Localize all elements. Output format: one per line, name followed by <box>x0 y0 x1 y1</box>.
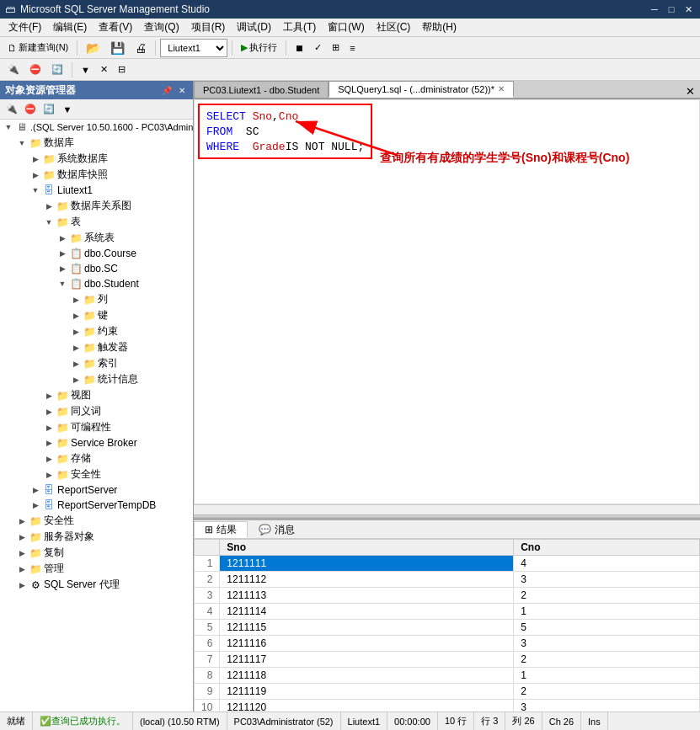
tree-label-reportservertempdb: ReportServerTempDB <box>57 499 156 511</box>
minimize-button[interactable]: ─ <box>648 3 661 16</box>
tree-item-tables[interactable]: ▼ 📁 表 <box>0 214 193 230</box>
server-icon: 🖥 <box>15 120 29 134</box>
clear-btn[interactable]: ✕ <box>96 61 112 79</box>
tree-item-replication[interactable]: ▶ 📁 复制 <box>0 545 193 561</box>
tree-label-system-dbs: 系统数据库 <box>57 152 108 166</box>
tree-item-course[interactable]: ▶ 📋 dbo.Course <box>0 246 193 261</box>
explorer-disconnect-button[interactable]: ⛔ <box>22 101 39 118</box>
menu-debug[interactable]: 调试(D) <box>232 19 276 36</box>
window-controls[interactable]: ─ □ ✕ <box>648 3 695 16</box>
tab-sqlquery1[interactable]: SQLQuery1.sql - (...dministrator (52))* … <box>329 81 514 98</box>
tree-item-system-dbs[interactable]: ▶ 📁 系统数据库 <box>0 151 193 167</box>
menu-community[interactable]: 社区(C) <box>371 19 416 36</box>
tree-item-sc[interactable]: ▶ 📋 dbo.SC <box>0 261 193 276</box>
menu-window[interactable]: 窗口(W) <box>323 19 369 36</box>
messages-btn[interactable]: ≡ <box>345 39 359 57</box>
tree-item-server[interactable]: ▼ 🖥 .(SQL Server 10.50.1600 - PC03\Admin… <box>0 120 193 135</box>
connect-btn[interactable]: 🔌 <box>3 61 24 79</box>
tree-item-cols[interactable]: ▶ 📁 列 <box>0 291 193 307</box>
execute-button[interactable]: ▶ 执行行 <box>237 39 281 57</box>
tree-item-indexes[interactable]: ▶ 📁 索引 <box>0 355 193 371</box>
parse-button[interactable]: ✓ <box>310 39 326 57</box>
tree-item-keys[interactable]: ▶ 📁 键 <box>0 307 193 323</box>
stop-button[interactable]: ⏹ <box>291 39 308 57</box>
panel-close-button[interactable]: ✕ <box>176 85 188 96</box>
space-1 <box>246 110 253 123</box>
ch-text: Ch 26 <box>549 717 574 727</box>
toolbar-btn-2[interactable]: 💾 <box>106 39 129 57</box>
tree-label-management: 管理 <box>44 562 64 576</box>
tree-item-sql-agent[interactable]: ▶ ⚙ SQL Server 代理 <box>0 577 193 593</box>
tree-item-liutext1[interactable]: ▼ 🗄 Liutext1 <box>0 183 193 198</box>
disconnect-btn[interactable]: ⛔ <box>25 61 45 79</box>
menu-file[interactable]: 文件(F) <box>3 19 46 36</box>
query-editor[interactable]: SELECT Sno , Cno FROM SC WHERE <box>194 99 700 504</box>
menu-project[interactable]: 项目(R) <box>186 19 231 36</box>
database-selector[interactable]: Liutext1 <box>160 39 227 57</box>
comma-1: , <box>272 110 279 123</box>
tree-item-stats[interactable]: ▶ 📁 统计信息 <box>0 371 193 387</box>
tree-item-reportservertempdb[interactable]: ▶ 🗄 ReportServerTempDB <box>0 498 193 513</box>
tree-item-synonyms[interactable]: ▶ 📁 同义词 <box>0 403 193 419</box>
tree-item-triggers[interactable]: ▶ 📁 触发器 <box>0 339 193 355</box>
toolbar-btn-1[interactable]: 📂 <box>82 39 104 57</box>
editor-wrapper: SELECT Sno , Cno FROM SC WHERE <box>194 99 700 711</box>
tree-item-security-db[interactable]: ▶ 📁 安全性 <box>0 466 193 482</box>
tree-item-storage[interactable]: ▶ 📁 存储 <box>0 450 193 466</box>
object-explorer-tree[interactable]: ▼ 🖥 .(SQL Server 10.50.1600 - PC03\Admin… <box>0 120 193 711</box>
tree-item-security-server[interactable]: ▶ 📁 安全性 <box>0 513 193 529</box>
close-tab-area-button[interactable]: ✕ <box>681 85 700 98</box>
results-tab-messages[interactable]: 💬 消息 <box>248 521 306 538</box>
menu-view[interactable]: 查看(V) <box>94 19 137 36</box>
sno-cell: 1211111 <box>220 556 514 572</box>
tree-item-databases[interactable]: ▼ 📁 数据库 <box>0 135 193 151</box>
menu-query[interactable]: 查询(Q) <box>139 19 184 36</box>
tree-label-triggers: 触发器 <box>98 340 128 354</box>
new-query-button[interactable]: 🗋 新建查询(N) <box>3 39 72 57</box>
tree-item-management[interactable]: ▶ 📁 管理 <box>0 561 193 577</box>
tree-item-programmability[interactable]: ▶ 📁 可编程性 <box>0 419 193 435</box>
panel-header-buttons[interactable]: 📌 ✕ <box>159 85 188 96</box>
tab-close-icon[interactable]: ✕ <box>498 84 505 93</box>
tree-item-constraints[interactable]: ▶ 📁 约束 <box>0 323 193 339</box>
refresh-btn[interactable]: 🔄 <box>47 61 67 79</box>
results-tab-grid[interactable]: ⊞ 结果 <box>194 521 248 538</box>
tree-item-diagrams[interactable]: ▶ 📁 数据库关系图 <box>0 198 193 214</box>
tree-item-server-objects[interactable]: ▶ 📁 服务器对象 <box>0 529 193 545</box>
explorer-refresh-button[interactable]: 🔄 <box>40 101 57 118</box>
expand-icon-views: ▶ <box>42 389 56 402</box>
tree-item-sys-tables[interactable]: ▶ 📁 系统表 <box>0 230 193 246</box>
menu-help[interactable]: 帮助(H) <box>417 19 462 36</box>
tree-item-student[interactable]: ▼ 📋 dbo.Student <box>0 276 193 291</box>
results-btn[interactable]: ⊞ <box>328 39 344 57</box>
row-num-cell: 5 <box>195 620 220 636</box>
tree-item-snapshots[interactable]: ▶ 📁 数据库快照 <box>0 167 193 183</box>
keyword-where: WHERE <box>206 141 239 153</box>
tree-item-service-broker[interactable]: ▶ 📁 Service Broker <box>0 435 193 450</box>
tree-label-server-objects: 服务器对象 <box>44 530 94 544</box>
time-text: 00:00:00 <box>394 717 430 727</box>
maximize-button[interactable]: □ <box>665 3 678 16</box>
filter-btn[interactable]: ▼ <box>77 61 94 79</box>
results-content[interactable]: Sno Cno 11211111421211112331211113241211… <box>194 539 700 711</box>
ins-text: Ins <box>588 717 601 727</box>
horizontal-scrollbar[interactable] <box>194 504 700 514</box>
object-explorer-header: 对象资源管理器 📌 ✕ <box>0 81 193 99</box>
tab-dbo-student[interactable]: PC03.Liutext1 - dbo.Student <box>194 81 329 98</box>
menu-tools[interactable]: 工具(T) <box>278 19 321 36</box>
explorer-connect-button[interactable]: 🔌 <box>3 101 20 118</box>
explorer-filter-button[interactable]: ▼ <box>59 101 76 118</box>
status-time: 00:00:00 <box>387 712 438 730</box>
panel-pin-button[interactable]: 📌 <box>159 85 174 96</box>
folder-icon-mgmt: 📁 <box>29 562 42 576</box>
tree-label-constraints: 约束 <box>98 324 118 338</box>
column-cno: Cno <box>279 110 298 123</box>
tree-item-reportserver[interactable]: ▶ 🗄 ReportServer <box>0 482 193 498</box>
app-title: Microsoft SQL Server Management Studio <box>20 3 210 15</box>
toolbar-btn-3[interactable]: 🖨 <box>131 39 151 57</box>
menu-edit[interactable]: 编辑(E) <box>48 19 92 36</box>
expand-icon-indexes: ▶ <box>69 357 83 370</box>
collapse-btn[interactable]: ⊟ <box>114 61 130 79</box>
close-button[interactable]: ✕ <box>681 3 695 16</box>
tree-item-views[interactable]: ▶ 📁 视图 <box>0 387 193 403</box>
